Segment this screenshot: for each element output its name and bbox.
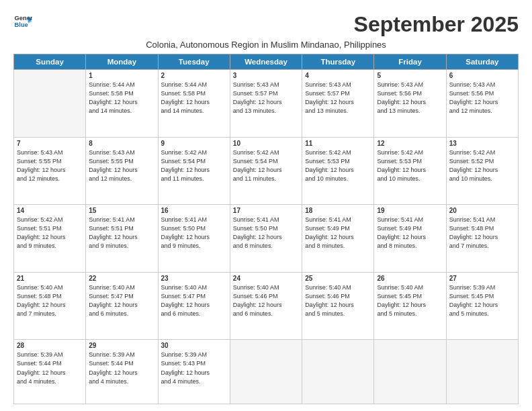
day-number: 13 — [449, 140, 515, 147]
col-header-sunday: Sunday — [14, 54, 86, 70]
header-row: SundayMondayTuesdayWednesdayThursdayFrid… — [14, 54, 519, 70]
day-info: Sunrise: 5:40 AM Sunset: 5:48 PM Dayligh… — [17, 283, 83, 318]
day-number: 17 — [233, 207, 299, 214]
month-title: September 2025 — [354, 12, 519, 37]
day-number: 8 — [89, 140, 154, 147]
day-number: 21 — [17, 275, 83, 282]
day-cell: 7Sunrise: 5:43 AM Sunset: 5:55 PM Daylig… — [14, 137, 86, 205]
col-header-wednesday: Wednesday — [230, 54, 302, 70]
day-cell: 27Sunrise: 5:39 AM Sunset: 5:45 PM Dayli… — [446, 272, 518, 340]
svg-text:Blue: Blue — [15, 21, 28, 28]
day-info: Sunrise: 5:39 AM Sunset: 5:44 PM Dayligh… — [17, 351, 83, 385]
day-info: Sunrise: 5:41 AM Sunset: 5:51 PM Dayligh… — [89, 216, 154, 250]
day-info: Sunrise: 5:39 AM Sunset: 5:45 PM Dayligh… — [449, 283, 515, 318]
day-cell: 6Sunrise: 5:43 AM Sunset: 5:56 PM Daylig… — [446, 70, 518, 138]
day-cell: 18Sunrise: 5:41 AM Sunset: 5:49 PM Dayli… — [302, 205, 374, 273]
day-number: 10 — [233, 140, 299, 147]
day-number: 30 — [161, 342, 227, 349]
day-info: Sunrise: 5:42 AM Sunset: 5:51 PM Dayligh… — [17, 216, 83, 250]
day-info: Sunrise: 5:43 AM Sunset: 5:55 PM Dayligh… — [17, 148, 83, 183]
day-number: 14 — [17, 207, 83, 214]
week-row-1: 1Sunrise: 5:44 AM Sunset: 5:58 PM Daylig… — [14, 70, 519, 138]
day-info: Sunrise: 5:42 AM Sunset: 5:54 PM Dayligh… — [233, 148, 299, 183]
week-row-2: 7Sunrise: 5:43 AM Sunset: 5:55 PM Daylig… — [14, 137, 519, 205]
day-cell: 9Sunrise: 5:42 AM Sunset: 5:54 PM Daylig… — [158, 137, 230, 205]
day-number: 12 — [377, 140, 443, 147]
day-cell — [14, 70, 86, 138]
day-cell — [374, 340, 446, 404]
day-cell: 26Sunrise: 5:40 AM Sunset: 5:45 PM Dayli… — [374, 272, 446, 340]
day-number: 6 — [449, 72, 515, 79]
day-cell: 11Sunrise: 5:42 AM Sunset: 5:53 PM Dayli… — [302, 137, 374, 205]
day-info: Sunrise: 5:43 AM Sunset: 5:57 PM Dayligh… — [233, 81, 299, 116]
day-cell: 2Sunrise: 5:44 AM Sunset: 5:58 PM Daylig… — [158, 70, 230, 138]
day-cell: 12Sunrise: 5:42 AM Sunset: 5:53 PM Dayli… — [374, 137, 446, 205]
day-cell: 28Sunrise: 5:39 AM Sunset: 5:44 PM Dayli… — [14, 340, 86, 404]
day-info: Sunrise: 5:42 AM Sunset: 5:53 PM Dayligh… — [377, 148, 443, 183]
day-cell — [446, 340, 518, 404]
day-cell: 15Sunrise: 5:41 AM Sunset: 5:51 PM Dayli… — [86, 205, 158, 273]
day-number: 5 — [377, 72, 443, 79]
day-info: Sunrise: 5:41 AM Sunset: 5:50 PM Dayligh… — [161, 216, 227, 250]
day-info: Sunrise: 5:44 AM Sunset: 5:58 PM Dayligh… — [161, 81, 227, 116]
day-cell — [230, 340, 302, 404]
day-number: 28 — [17, 342, 83, 349]
day-number: 26 — [377, 275, 443, 282]
day-number: 3 — [233, 72, 299, 79]
day-cell: 17Sunrise: 5:41 AM Sunset: 5:50 PM Dayli… — [230, 205, 302, 273]
day-number: 24 — [233, 275, 299, 282]
day-number: 9 — [161, 140, 227, 147]
day-number: 19 — [377, 207, 443, 214]
day-cell: 4Sunrise: 5:43 AM Sunset: 5:57 PM Daylig… — [302, 70, 374, 138]
day-info: Sunrise: 5:43 AM Sunset: 5:56 PM Dayligh… — [377, 81, 443, 116]
day-number: 29 — [89, 342, 154, 349]
day-info: Sunrise: 5:40 AM Sunset: 5:47 PM Dayligh… — [89, 283, 154, 318]
day-info: Sunrise: 5:42 AM Sunset: 5:54 PM Dayligh… — [161, 148, 227, 183]
day-number: 22 — [89, 275, 154, 282]
day-cell: 3Sunrise: 5:43 AM Sunset: 5:57 PM Daylig… — [230, 70, 302, 138]
day-info: Sunrise: 5:40 AM Sunset: 5:46 PM Dayligh… — [305, 283, 371, 318]
day-info: Sunrise: 5:41 AM Sunset: 5:50 PM Dayligh… — [233, 216, 299, 250]
day-info: Sunrise: 5:41 AM Sunset: 5:49 PM Dayligh… — [377, 216, 443, 250]
col-header-friday: Friday — [374, 54, 446, 70]
day-cell: 10Sunrise: 5:42 AM Sunset: 5:54 PM Dayli… — [230, 137, 302, 205]
day-cell: 13Sunrise: 5:42 AM Sunset: 5:52 PM Dayli… — [446, 137, 518, 205]
day-cell: 20Sunrise: 5:41 AM Sunset: 5:48 PM Dayli… — [446, 205, 518, 273]
col-header-saturday: Saturday — [446, 54, 518, 70]
day-number: 2 — [161, 72, 227, 79]
day-number: 4 — [305, 72, 371, 79]
day-cell: 25Sunrise: 5:40 AM Sunset: 5:46 PM Dayli… — [302, 272, 374, 340]
day-cell: 23Sunrise: 5:40 AM Sunset: 5:47 PM Dayli… — [158, 272, 230, 340]
day-info: Sunrise: 5:43 AM Sunset: 5:57 PM Dayligh… — [305, 81, 371, 116]
day-info: Sunrise: 5:41 AM Sunset: 5:49 PM Dayligh… — [305, 216, 371, 250]
subtitle: Colonia, Autonomous Region in Muslim Min… — [13, 40, 519, 50]
day-number: 11 — [305, 140, 371, 147]
day-cell: 29Sunrise: 5:39 AM Sunset: 5:44 PM Dayli… — [86, 340, 158, 404]
day-info: Sunrise: 5:39 AM Sunset: 5:44 PM Dayligh… — [89, 351, 154, 385]
day-info: Sunrise: 5:40 AM Sunset: 5:46 PM Dayligh… — [233, 283, 299, 318]
day-info: Sunrise: 5:40 AM Sunset: 5:47 PM Dayligh… — [161, 283, 227, 318]
day-number: 7 — [17, 140, 83, 147]
day-number: 18 — [305, 207, 371, 214]
logo-icon: General Blue — [13, 12, 32, 31]
day-number: 23 — [161, 275, 227, 282]
calendar-table: SundayMondayTuesdayWednesdayThursdayFrid… — [13, 54, 519, 404]
day-cell: 14Sunrise: 5:42 AM Sunset: 5:51 PM Dayli… — [14, 205, 86, 273]
week-row-5: 28Sunrise: 5:39 AM Sunset: 5:44 PM Dayli… — [14, 340, 519, 404]
day-cell: 21Sunrise: 5:40 AM Sunset: 5:48 PM Dayli… — [14, 272, 86, 340]
day-number: 27 — [449, 275, 515, 282]
day-info: Sunrise: 5:40 AM Sunset: 5:45 PM Dayligh… — [377, 283, 443, 318]
day-info: Sunrise: 5:42 AM Sunset: 5:52 PM Dayligh… — [449, 148, 515, 183]
day-info: Sunrise: 5:43 AM Sunset: 5:56 PM Dayligh… — [449, 81, 515, 116]
day-number: 25 — [305, 275, 371, 282]
day-number: 16 — [161, 207, 227, 214]
col-header-thursday: Thursday — [302, 54, 374, 70]
day-info: Sunrise: 5:43 AM Sunset: 5:55 PM Dayligh… — [89, 148, 154, 183]
day-cell — [302, 340, 374, 404]
col-header-tuesday: Tuesday — [158, 54, 230, 70]
day-cell: 30Sunrise: 5:39 AM Sunset: 5:43 PM Dayli… — [158, 340, 230, 404]
day-number: 20 — [449, 207, 515, 214]
day-number: 1 — [89, 72, 154, 79]
day-cell: 8Sunrise: 5:43 AM Sunset: 5:55 PM Daylig… — [86, 137, 158, 205]
day-number: 15 — [89, 207, 154, 214]
